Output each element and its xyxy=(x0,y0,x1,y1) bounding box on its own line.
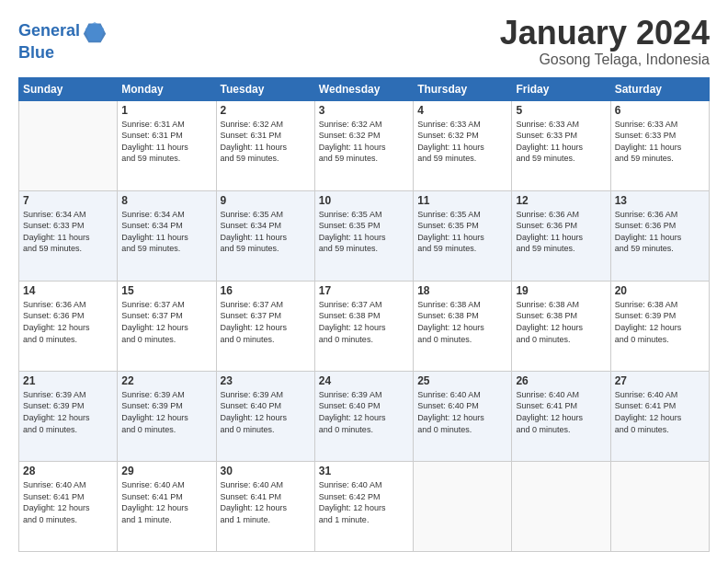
day-number: 24 xyxy=(319,374,409,387)
table-row: 29Sunrise: 6:40 AM Sunset: 6:41 PM Dayli… xyxy=(118,461,216,551)
table-row: 25Sunrise: 6:40 AM Sunset: 6:40 PM Dayli… xyxy=(414,371,512,461)
header-thursday: Thursday xyxy=(414,77,512,100)
table-row: 1Sunrise: 6:31 AM Sunset: 6:31 PM Daylig… xyxy=(118,100,216,190)
day-info: Sunrise: 6:40 AM Sunset: 6:41 PM Dayligh… xyxy=(516,389,606,435)
day-number: 18 xyxy=(417,284,507,297)
day-number: 1 xyxy=(121,104,211,117)
day-info: Sunrise: 6:37 AM Sunset: 6:37 PM Dayligh… xyxy=(221,299,311,345)
table-row: 12Sunrise: 6:36 AM Sunset: 6:36 PM Dayli… xyxy=(512,190,610,281)
header-friday: Friday xyxy=(512,77,610,100)
svg-marker-1 xyxy=(85,22,105,41)
header-saturday: Saturday xyxy=(610,77,709,100)
day-info: Sunrise: 6:35 AM Sunset: 6:35 PM Dayligh… xyxy=(417,209,507,255)
day-number: 23 xyxy=(221,374,311,387)
day-number: 21 xyxy=(23,374,113,387)
day-number: 6 xyxy=(615,104,705,117)
table-row: 18Sunrise: 6:38 AM Sunset: 6:38 PM Dayli… xyxy=(414,281,512,371)
day-info: Sunrise: 6:39 AM Sunset: 6:39 PM Dayligh… xyxy=(121,389,211,435)
day-info: Sunrise: 6:33 AM Sunset: 6:32 PM Dayligh… xyxy=(417,119,507,165)
day-info: Sunrise: 6:33 AM Sunset: 6:33 PM Dayligh… xyxy=(615,119,705,165)
table-row: 27Sunrise: 6:40 AM Sunset: 6:41 PM Dayli… xyxy=(610,371,709,461)
table-row: 23Sunrise: 6:39 AM Sunset: 6:40 PM Dayli… xyxy=(216,371,314,461)
location-subtitle: Gosong Telaga, Indonesia xyxy=(500,52,710,68)
table-row: 3Sunrise: 6:32 AM Sunset: 6:32 PM Daylig… xyxy=(314,100,413,190)
table-row xyxy=(414,461,512,551)
calendar-header-row: Sunday Monday Tuesday Wednesday Thursday… xyxy=(19,77,710,100)
day-info: Sunrise: 6:40 AM Sunset: 6:41 PM Dayligh… xyxy=(121,479,211,525)
table-row: 4Sunrise: 6:33 AM Sunset: 6:32 PM Daylig… xyxy=(414,100,512,190)
day-info: Sunrise: 6:39 AM Sunset: 6:39 PM Dayligh… xyxy=(23,389,113,435)
header-sunday: Sunday xyxy=(19,77,118,100)
table-row: 24Sunrise: 6:39 AM Sunset: 6:40 PM Dayli… xyxy=(314,371,413,461)
header-tuesday: Tuesday xyxy=(216,77,314,100)
header: General Blue January 2024 Gosong Telaga,… xyxy=(18,15,710,68)
table-row: 10Sunrise: 6:35 AM Sunset: 6:35 PM Dayli… xyxy=(314,190,413,281)
day-info: Sunrise: 6:35 AM Sunset: 6:35 PM Dayligh… xyxy=(319,209,409,255)
day-info: Sunrise: 6:36 AM Sunset: 6:36 PM Dayligh… xyxy=(516,209,606,255)
day-info: Sunrise: 6:40 AM Sunset: 6:41 PM Dayligh… xyxy=(221,479,311,525)
day-number: 27 xyxy=(615,374,705,387)
day-info: Sunrise: 6:36 AM Sunset: 6:36 PM Dayligh… xyxy=(23,299,113,345)
day-info: Sunrise: 6:40 AM Sunset: 6:41 PM Dayligh… xyxy=(615,389,705,435)
day-info: Sunrise: 6:33 AM Sunset: 6:33 PM Dayligh… xyxy=(516,119,606,165)
table-row: 14Sunrise: 6:36 AM Sunset: 6:36 PM Dayli… xyxy=(19,281,118,371)
day-number: 29 xyxy=(121,465,211,477)
day-number: 7 xyxy=(23,194,113,207)
day-number: 2 xyxy=(221,104,311,117)
month-title: January 2024 xyxy=(500,15,710,52)
title-block: January 2024 Gosong Telaga, Indonesia xyxy=(500,15,710,68)
table-row: 2Sunrise: 6:32 AM Sunset: 6:31 PM Daylig… xyxy=(216,100,314,190)
day-number: 19 xyxy=(516,284,606,297)
table-row: 7Sunrise: 6:34 AM Sunset: 6:33 PM Daylig… xyxy=(19,190,118,281)
day-number: 20 xyxy=(615,284,705,297)
day-info: Sunrise: 6:35 AM Sunset: 6:34 PM Dayligh… xyxy=(221,209,311,255)
day-info: Sunrise: 6:32 AM Sunset: 6:32 PM Dayligh… xyxy=(319,119,409,165)
header-wednesday: Wednesday xyxy=(314,77,413,100)
day-info: Sunrise: 6:38 AM Sunset: 6:39 PM Dayligh… xyxy=(615,299,705,345)
table-row: 20Sunrise: 6:38 AM Sunset: 6:39 PM Dayli… xyxy=(610,281,709,371)
table-row: 26Sunrise: 6:40 AM Sunset: 6:41 PM Dayli… xyxy=(512,371,610,461)
page: General Blue January 2024 Gosong Telaga,… xyxy=(0,0,728,563)
day-number: 30 xyxy=(221,465,311,477)
table-row xyxy=(610,461,709,551)
calendar-row-4: 21Sunrise: 6:39 AM Sunset: 6:39 PM Dayli… xyxy=(19,371,710,461)
table-row: 22Sunrise: 6:39 AM Sunset: 6:39 PM Dayli… xyxy=(118,371,216,461)
day-number: 10 xyxy=(319,194,409,207)
table-row: 6Sunrise: 6:33 AM Sunset: 6:33 PM Daylig… xyxy=(610,100,709,190)
calendar-row-1: 1Sunrise: 6:31 AM Sunset: 6:31 PM Daylig… xyxy=(19,100,710,190)
day-number: 28 xyxy=(23,465,113,477)
day-number: 4 xyxy=(417,104,507,117)
calendar-row-2: 7Sunrise: 6:34 AM Sunset: 6:33 PM Daylig… xyxy=(19,190,710,281)
day-info: Sunrise: 6:40 AM Sunset: 6:41 PM Dayligh… xyxy=(23,479,113,525)
day-number: 15 xyxy=(121,284,211,297)
table-row: 30Sunrise: 6:40 AM Sunset: 6:41 PM Dayli… xyxy=(216,461,314,551)
logo-icon xyxy=(82,18,108,44)
day-info: Sunrise: 6:31 AM Sunset: 6:31 PM Dayligh… xyxy=(121,119,211,165)
day-number: 22 xyxy=(121,374,211,387)
day-number: 9 xyxy=(221,194,311,207)
table-row xyxy=(19,100,118,190)
day-info: Sunrise: 6:37 AM Sunset: 6:38 PM Dayligh… xyxy=(319,299,409,345)
day-info: Sunrise: 6:36 AM Sunset: 6:36 PM Dayligh… xyxy=(615,209,705,255)
header-monday: Monday xyxy=(118,77,216,100)
table-row: 21Sunrise: 6:39 AM Sunset: 6:39 PM Dayli… xyxy=(19,371,118,461)
day-number: 14 xyxy=(23,284,113,297)
table-row: 19Sunrise: 6:38 AM Sunset: 6:38 PM Dayli… xyxy=(512,281,610,371)
table-row: 16Sunrise: 6:37 AM Sunset: 6:37 PM Dayli… xyxy=(216,281,314,371)
day-number: 11 xyxy=(417,194,507,207)
day-info: Sunrise: 6:38 AM Sunset: 6:38 PM Dayligh… xyxy=(516,299,606,345)
logo: General Blue xyxy=(18,18,108,63)
day-info: Sunrise: 6:37 AM Sunset: 6:37 PM Dayligh… xyxy=(121,299,211,345)
table-row: 13Sunrise: 6:36 AM Sunset: 6:36 PM Dayli… xyxy=(610,190,709,281)
day-info: Sunrise: 6:40 AM Sunset: 6:42 PM Dayligh… xyxy=(319,479,409,525)
day-info: Sunrise: 6:40 AM Sunset: 6:40 PM Dayligh… xyxy=(417,389,507,435)
table-row xyxy=(512,461,610,551)
day-info: Sunrise: 6:34 AM Sunset: 6:34 PM Dayligh… xyxy=(121,209,211,255)
day-number: 31 xyxy=(319,465,409,477)
table-row: 31Sunrise: 6:40 AM Sunset: 6:42 PM Dayli… xyxy=(314,461,413,551)
table-row: 15Sunrise: 6:37 AM Sunset: 6:37 PM Dayli… xyxy=(118,281,216,371)
day-number: 3 xyxy=(319,104,409,117)
day-number: 17 xyxy=(319,284,409,297)
table-row: 9Sunrise: 6:35 AM Sunset: 6:34 PM Daylig… xyxy=(216,190,314,281)
logo-text2: Blue xyxy=(18,44,108,63)
